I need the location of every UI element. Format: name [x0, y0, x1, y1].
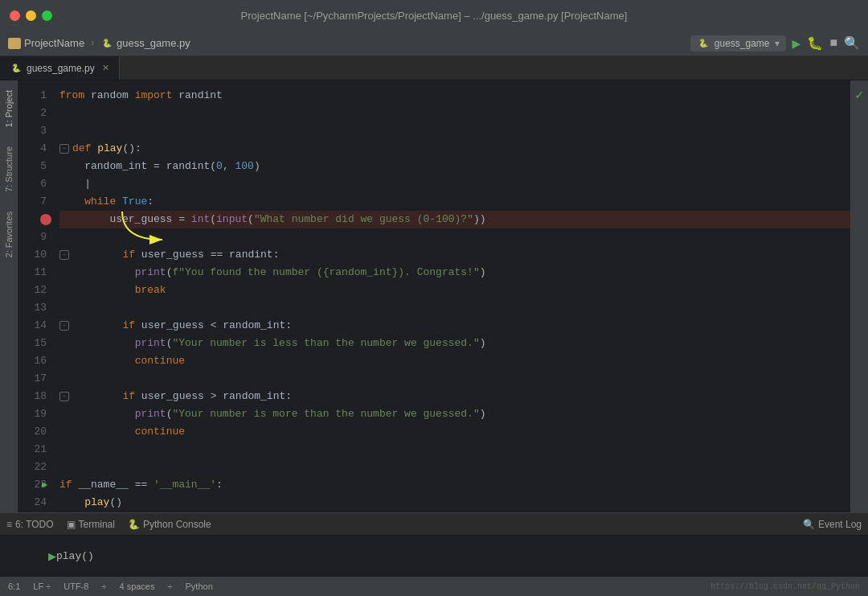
python-console-icon: 🐍	[128, 519, 140, 530]
code-token: continue	[135, 352, 185, 370]
status-interpreter[interactable]: Python	[186, 582, 213, 591]
bottom-content: ▶ play()	[0, 536, 868, 576]
code-token	[72, 317, 122, 335]
code-container[interactable]: 1234567891011121314151617181920212223242…	[18, 80, 850, 512]
code-token	[59, 494, 84, 512]
code-token: =	[178, 211, 191, 228]
code-line-15: print("Your number is less than the numb…	[59, 335, 850, 352]
fold-indicator[interactable]: -	[59, 250, 69, 260]
status-bar: 6:1 LF ÷ UTF-8 ÷ 4 spaces ÷ Python https…	[0, 577, 868, 596]
line-number-21: 21	[18, 441, 47, 458]
folder-icon	[8, 38, 21, 49]
fold-indicator[interactable]: -	[59, 392, 69, 401]
code-token: (	[248, 211, 254, 228]
breakpoint-marker[interactable]	[40, 214, 51, 225]
run-config-label: guess_game	[714, 38, 770, 49]
tab-label: guess_game.py	[27, 63, 95, 74]
line-number-4: 4	[18, 140, 47, 158]
tab-terminal[interactable]: ▣ Terminal	[67, 516, 115, 533]
code-token: user_guess	[141, 246, 211, 264]
status-encoding[interactable]: UTF-8	[63, 582, 88, 591]
debug-button[interactable]: 🐛	[807, 35, 823, 51]
code-line-9	[59, 228, 850, 246]
code-token: if	[122, 246, 141, 264]
run-button[interactable]: ▶	[792, 35, 801, 52]
code-token: randint(	[166, 158, 216, 175]
status-indent-separator: ÷	[101, 582, 106, 591]
line-number-24: 24	[18, 494, 47, 512]
nav-project[interactable]: ProjectName	[8, 37, 84, 49]
code-token: import	[135, 87, 179, 105]
left-sidebar: 1: Project 7: Structure 2: Favorites	[0, 80, 18, 512]
line-number-22: 22	[18, 458, 47, 476]
line-numbers: 1234567891011121314151617181920212223242…	[18, 80, 53, 512]
code-token: |	[59, 175, 91, 193]
bottom-tabs: ≡ 6: TODO ▣ Terminal 🐍 Python Console 🔍 …	[0, 513, 868, 536]
nav-separator: ›	[89, 37, 96, 49]
run-config-dropdown[interactable]: 🐍 guess_game ▾	[690, 35, 786, 51]
sidebar-tab-favorites[interactable]: 2: Favorites	[1, 202, 17, 267]
editor-area: 1234567891011121314151617181920212223242…	[18, 80, 850, 512]
line-number-11: 11	[18, 264, 47, 282]
maximize-button[interactable]	[42, 10, 52, 21]
line-number-15: 15	[18, 335, 47, 352]
tabs-bar: 🐍 guess_game.py ✕	[0, 56, 868, 80]
nav-file[interactable]: 🐍 guess_game.py	[100, 37, 190, 50]
terminal-label: Terminal	[79, 519, 115, 530]
code-token: (	[166, 264, 173, 282]
code-line-25	[59, 512, 850, 512]
stop-button[interactable]: ■	[829, 36, 837, 51]
code-token: from	[59, 87, 91, 105]
tab-close-button[interactable]: ✕	[102, 63, 109, 73]
code-line-18: - if user_guess > random_int:	[59, 388, 850, 405]
line-number-20: 20	[18, 423, 47, 441]
code-token: randint	[178, 87, 223, 105]
code-token: :	[147, 193, 154, 211]
code-token	[59, 352, 135, 370]
fold-indicator[interactable]: -	[59, 144, 69, 154]
code-token: <	[211, 317, 223, 335]
tab-python-console[interactable]: 🐍 Python Console	[128, 516, 211, 533]
line-number-6: 6	[18, 175, 47, 193]
code-token: random	[91, 87, 135, 105]
line-number-12: 12	[18, 282, 47, 299]
code-token: 100	[235, 158, 253, 175]
bottom-panel: ≡ 6: TODO ▣ Terminal 🐍 Python Console 🔍 …	[0, 512, 868, 577]
code-line-22	[59, 458, 850, 476]
code-token: "Your number is less than the number we …	[172, 335, 479, 352]
close-button[interactable]	[10, 10, 20, 21]
code-line-2	[59, 105, 850, 122]
status-right: https://blog.csdn.net/qq_Python	[710, 582, 860, 591]
code-line-8: user_guess = int(input("What number did …	[59, 211, 850, 228]
code-token: play	[84, 494, 109, 512]
sidebar-tab-project[interactable]: 1: Project	[1, 80, 17, 137]
code-editor[interactable]: from random import randint-def play(): r…	[53, 80, 850, 512]
line-number-19: 19	[18, 405, 47, 423]
line-number-18: 18	[18, 388, 47, 405]
line-number-10: 10	[18, 246, 47, 264]
code-line-13	[59, 299, 850, 317]
tab-todo[interactable]: ≡ 6: TODO	[6, 516, 54, 533]
minimize-button[interactable]	[26, 10, 36, 21]
code-token: '__main__'	[154, 476, 216, 494]
nav-bar: ProjectName › 🐍 guess_game.py 🐍 guess_ga…	[0, 31, 868, 56]
status-interpreter-separator: ÷	[167, 582, 172, 591]
code-line-21	[59, 441, 850, 458]
code-line-14: - if user_guess < random_int:	[59, 317, 850, 335]
todo-label: 6: TODO	[15, 519, 54, 530]
code-token: if	[122, 388, 141, 405]
fold-indicator[interactable]: -	[59, 321, 69, 331]
code-token: "What number did we guess (0-100)?"	[254, 211, 473, 228]
tab-guess-game[interactable]: 🐍 guess_game.py ✕	[0, 56, 120, 80]
code-token: )	[480, 264, 486, 282]
search-button[interactable]: 🔍	[844, 35, 860, 51]
sidebar-tab-structure[interactable]: 7: Structure	[1, 137, 17, 202]
status-position[interactable]: 6:1	[8, 582, 20, 591]
event-log-tab[interactable]: 🔍 Event Log	[803, 519, 862, 530]
nav-file-label: guess_game.py	[117, 37, 190, 49]
nav-project-label: ProjectName	[24, 37, 84, 49]
status-indent[interactable]: 4 spaces	[119, 582, 154, 591]
code-token: __name__	[78, 476, 134, 494]
python-file-icon: 🐍	[100, 37, 113, 50]
code-token: >	[211, 388, 223, 405]
